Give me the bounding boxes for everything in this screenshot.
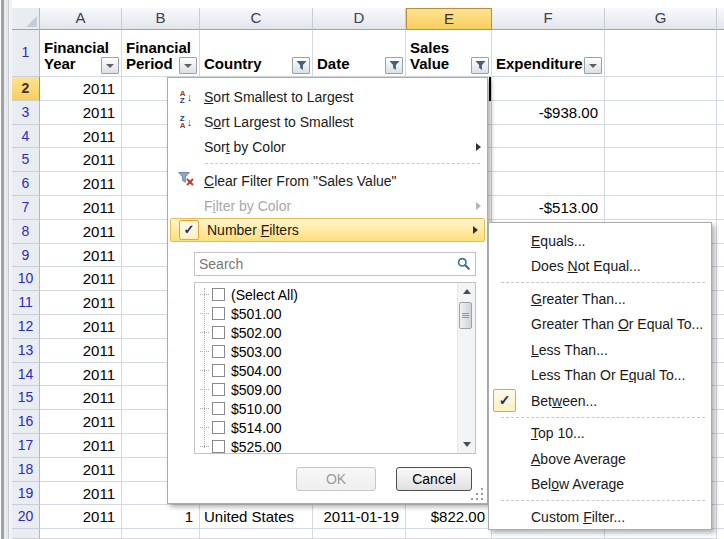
submenu-item-greater-than[interactable]: Greater Than... bbox=[489, 286, 711, 312]
submenu-item-custom-filter[interactable]: Custom Filter... bbox=[489, 504, 711, 530]
scrollbar-down-button[interactable] bbox=[458, 436, 475, 453]
submenu-item-does-not-equal[interactable]: Does Not Equal... bbox=[489, 254, 711, 280]
menu-item-sort-largest-to-smallest[interactable]: ZA↓Sort Largest to Smallest bbox=[168, 109, 487, 134]
cancel-button[interactable]: Cancel bbox=[396, 467, 472, 491]
header-cell-country[interactable]: Country bbox=[200, 30, 313, 77]
filter-button-financial-year[interactable] bbox=[101, 57, 119, 74]
row-header-12[interactable]: 12 bbox=[12, 315, 40, 339]
filter-value-509-00[interactable]: $509.00 bbox=[195, 380, 458, 399]
column-header-e[interactable]: E bbox=[406, 8, 492, 30]
row-header-10[interactable]: 10 bbox=[12, 267, 40, 291]
cell-A15[interactable]: 2011 bbox=[40, 386, 122, 410]
cell-G3[interactable] bbox=[605, 101, 717, 125]
cell-A9[interactable]: 2011 bbox=[40, 244, 122, 268]
cell-G5[interactable] bbox=[605, 148, 717, 172]
value-checkbox[interactable] bbox=[212, 364, 225, 377]
header-cell-expenditure[interactable]: Expenditure bbox=[492, 30, 605, 77]
scrollbar-thumb[interactable] bbox=[459, 302, 472, 329]
row-header-20[interactable]: 20 bbox=[12, 505, 40, 529]
cell-F5[interactable] bbox=[492, 148, 605, 172]
value-checkbox[interactable] bbox=[212, 402, 225, 415]
cell-G4[interactable] bbox=[605, 125, 717, 149]
filter-button-expenditure[interactable] bbox=[584, 57, 602, 74]
header-cell-financial-period[interactable]: Financial Period bbox=[122, 30, 200, 77]
filter-value-502-00[interactable]: $502.00 bbox=[195, 323, 458, 342]
row-header-7[interactable]: 7 bbox=[12, 196, 40, 220]
row-header-3[interactable]: 3 bbox=[12, 101, 40, 125]
cell-A18[interactable]: 2011 bbox=[40, 458, 122, 482]
filter-value-503-00[interactable]: $503.00 bbox=[195, 342, 458, 361]
cell-F6[interactable] bbox=[492, 172, 605, 196]
row-header-6[interactable]: 6 bbox=[12, 172, 40, 196]
row-header-4[interactable]: 4 bbox=[12, 125, 40, 149]
filter-value-514-00[interactable]: $514.00 bbox=[195, 418, 458, 437]
filter-button-date[interactable] bbox=[385, 57, 403, 74]
cell-A2[interactable]: 2011 bbox=[40, 77, 122, 101]
submenu-item-less-than[interactable]: Less Than... bbox=[489, 337, 711, 363]
value-checkbox[interactable] bbox=[212, 288, 225, 301]
cell-A12[interactable]: 2011 bbox=[40, 315, 122, 339]
cell-E20[interactable]: $822.00 bbox=[406, 505, 492, 529]
row-header-15[interactable]: 15 bbox=[12, 386, 40, 410]
submenu-item-equals[interactable]: Equals... bbox=[489, 228, 711, 254]
row-header-14[interactable]: 14 bbox=[12, 363, 40, 387]
cell-F4[interactable] bbox=[492, 125, 605, 149]
value-checkbox[interactable] bbox=[212, 345, 225, 358]
cell-A20[interactable]: 2011 bbox=[40, 505, 122, 529]
row-header-1[interactable]: 1 bbox=[12, 30, 40, 77]
row-header-19[interactable]: 19 bbox=[12, 482, 40, 506]
cell-A19[interactable]: 2011 bbox=[40, 482, 122, 506]
scrollbar-track[interactable] bbox=[457, 283, 475, 453]
cell-G2[interactable] bbox=[605, 77, 717, 101]
row-header-2[interactable]: 2 bbox=[12, 77, 40, 101]
row-header-5[interactable]: 5 bbox=[12, 148, 40, 172]
column-header-d[interactable]: D bbox=[313, 8, 406, 30]
cell-A6[interactable]: 2011 bbox=[40, 172, 122, 196]
cell-G6[interactable] bbox=[605, 172, 717, 196]
cell-D20[interactable]: 2011-01-19 bbox=[313, 505, 406, 529]
column-header-a[interactable]: A bbox=[40, 8, 122, 30]
row-header-13[interactable]: 13 bbox=[12, 339, 40, 363]
column-header-f[interactable]: F bbox=[492, 8, 605, 30]
cell-A5[interactable]: 2011 bbox=[40, 148, 122, 172]
menu-item-sort-by-color[interactable]: Sort by Color bbox=[168, 134, 487, 159]
value-checkbox[interactable] bbox=[212, 383, 225, 396]
value-checkbox[interactable] bbox=[212, 307, 225, 320]
row-header-8[interactable]: 8 bbox=[12, 220, 40, 244]
menu-item-clear-filter-from-sales-value[interactable]: Clear Filter From "Sales Value" bbox=[168, 168, 487, 193]
value-checkbox[interactable] bbox=[212, 440, 225, 453]
cell-A3[interactable]: 2011 bbox=[40, 101, 122, 125]
submenu-item-greater-than-or-equal-to[interactable]: Greater Than Or Equal To... bbox=[489, 312, 711, 338]
submenu-item-less-than-or-equal-to[interactable]: Less Than Or Equal To... bbox=[489, 363, 711, 389]
filter-value-501-00[interactable]: $501.00 bbox=[195, 304, 458, 323]
search-icon[interactable] bbox=[453, 257, 475, 271]
cell-C20[interactable]: United States bbox=[200, 505, 313, 529]
header-cell-sales-value[interactable]: Sales Value bbox=[406, 30, 492, 77]
filter-button-country[interactable] bbox=[292, 57, 310, 74]
cell-F2[interactable] bbox=[492, 77, 605, 101]
ok-button[interactable]: OK bbox=[296, 467, 376, 491]
menu-item-number-filters[interactable]: ✓Number Filters bbox=[170, 218, 485, 242]
menu-item-sort-smallest-to-largest[interactable]: AZ↓Sort Smallest to Largest bbox=[168, 84, 487, 109]
value-checkbox[interactable] bbox=[212, 421, 225, 434]
header-cell-g[interactable] bbox=[605, 30, 717, 77]
filter-button-financial-period[interactable] bbox=[179, 57, 197, 74]
row-header-11[interactable]: 11 bbox=[12, 291, 40, 315]
cell-A7[interactable]: 2011 bbox=[40, 196, 122, 220]
filter-value-select-all[interactable]: (Select All) bbox=[195, 285, 458, 304]
column-header-b[interactable]: B bbox=[122, 8, 200, 30]
header-cell-date[interactable]: Date bbox=[313, 30, 406, 77]
filter-value-525-00[interactable]: $525.00 bbox=[195, 437, 458, 454]
search-input[interactable] bbox=[195, 254, 453, 274]
value-checkbox[interactable] bbox=[212, 326, 225, 339]
menu-item-filter-by-color[interactable]: Filter by Color bbox=[168, 193, 487, 218]
filter-value-504-00[interactable]: $504.00 bbox=[195, 361, 458, 380]
submenu-item-between[interactable]: ✓Between... bbox=[489, 388, 711, 414]
cell-G7[interactable] bbox=[605, 196, 717, 220]
row-header-17[interactable]: 17 bbox=[12, 434, 40, 458]
row-header-16[interactable]: 16 bbox=[12, 410, 40, 434]
cell-A4[interactable]: 2011 bbox=[40, 125, 122, 149]
filter-button-sales-value[interactable] bbox=[471, 57, 489, 74]
filter-value-510-00[interactable]: $510.00 bbox=[195, 399, 458, 418]
cell-A16[interactable]: 2011 bbox=[40, 410, 122, 434]
